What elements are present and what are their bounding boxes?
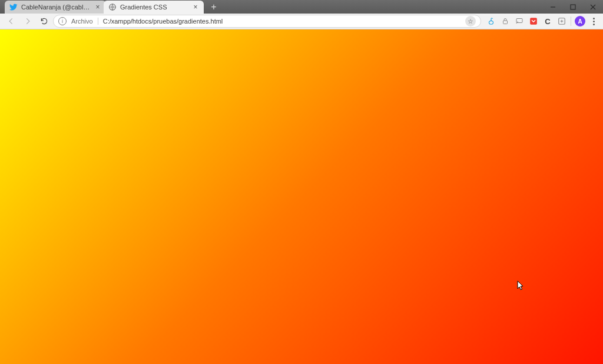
minimize-button[interactable] [543,0,563,14]
extension-icon[interactable] [556,16,567,27]
url-scheme-label: Archivo [71,18,98,25]
separator [571,16,571,26]
tab-inactive[interactable]: CableNaranja (@cablenaranja7) · × [5,1,106,14]
extension-icon[interactable]: C [542,16,553,27]
svg-rect-6 [503,21,508,24]
svg-rect-8 [530,18,537,25]
page-viewport [0,29,603,364]
kebab-menu-icon[interactable] [589,18,598,25]
extension-icons: C A [482,16,599,27]
new-tab-button[interactable]: + [207,1,220,13]
back-button[interactable] [4,15,19,28]
url-path: C:/xampp/htdocs/pruebas/gradientes.html [103,18,460,25]
tab-title: Gradientes CSS [120,4,188,11]
globe-icon [108,3,117,11]
site-info-icon[interactable]: i [58,17,67,25]
bookmark-star-icon[interactable]: ☆ [465,16,476,27]
svg-point-5 [489,21,493,24]
window-controls [543,0,603,14]
close-icon[interactable]: × [192,4,199,11]
browser-titlebar: CableNaranja (@cablenaranja7) · × Gradie… [0,0,603,14]
tab-active[interactable]: Gradientes CSS × [104,1,204,14]
tab-title: CableNaranja (@cablenaranja7) · [21,4,91,11]
extension-icon[interactable] [486,16,496,27]
cast-icon[interactable] [514,16,525,27]
close-window-button[interactable] [583,0,603,14]
address-bar[interactable]: i Archivo C:/xampp/htdocs/pruebas/gradie… [53,15,481,28]
profile-avatar[interactable]: A [575,16,585,27]
browser-toolbar: i Archivo C:/xampp/htdocs/pruebas/gradie… [0,14,603,29]
forward-button[interactable] [20,15,35,28]
svg-rect-2 [571,5,575,9]
lock-icon[interactable] [500,16,511,27]
twitter-icon [9,3,18,11]
close-icon[interactable]: × [94,4,101,11]
reload-button[interactable] [37,15,52,28]
avatar-letter: A [578,18,582,25]
pocket-icon[interactable] [528,16,539,27]
maximize-button[interactable] [563,0,583,14]
mouse-cursor-icon [517,280,524,291]
